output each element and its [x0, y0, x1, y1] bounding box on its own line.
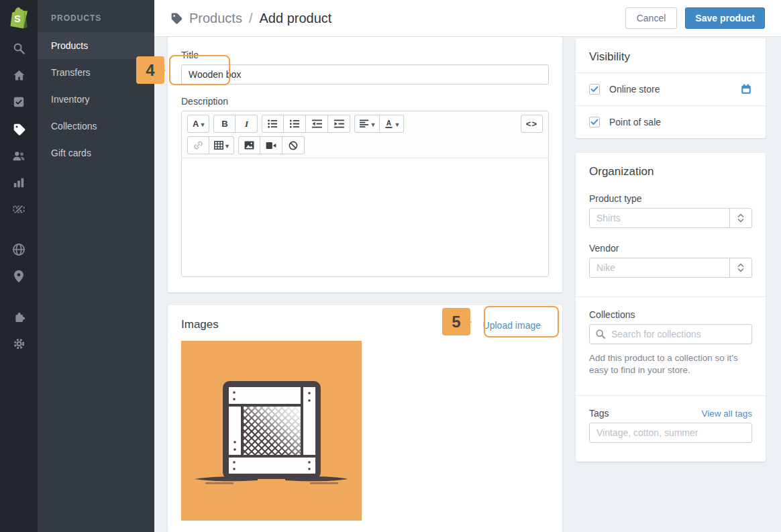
cancel-button[interactable]: Cancel	[625, 7, 678, 29]
point-of-sale-label: Point of sale	[609, 117, 661, 127]
text-color-button[interactable]: A	[380, 115, 404, 133]
indent-button[interactable]	[328, 115, 350, 133]
vendor-select[interactable]: Nike	[589, 258, 752, 278]
visibility-option-online-store: Online store	[576, 72, 766, 105]
product-type-placeholder: Shirts	[590, 209, 729, 227]
show-html-button[interactable]: <>	[521, 115, 543, 133]
description-label: Description	[181, 96, 549, 107]
organization-heading: Organization	[589, 165, 752, 178]
product-image-wooden-box[interactable]	[181, 341, 362, 521]
product-type-select[interactable]: Shirts	[589, 208, 752, 228]
description-textarea[interactable]	[182, 158, 548, 276]
customers-icon[interactable]	[0, 142, 38, 169]
point-of-sale-checkbox[interactable]	[589, 117, 600, 127]
toolbar-row-1: A B I	[187, 115, 543, 136]
visibility-card: Visibility Online store Point of sale	[576, 38, 766, 138]
search-icon[interactable]	[0, 35, 38, 62]
clear-formatting-button[interactable]	[282, 136, 305, 154]
insert-link-button[interactable]	[187, 136, 209, 154]
sidebar-item-collections[interactable]: Collections	[38, 113, 154, 140]
svg-text:S: S	[14, 13, 20, 24]
title-label: Title	[181, 50, 549, 60]
tags-input[interactable]	[589, 423, 752, 443]
online-store-checkbox[interactable]	[589, 84, 600, 95]
outdent-button[interactable]	[306, 115, 328, 133]
collections-search-input[interactable]	[589, 324, 752, 344]
insert-image-button[interactable]	[238, 136, 260, 154]
visibility-option-point-of-sale: Point of sale	[576, 105, 766, 138]
italic-button[interactable]: I	[236, 115, 258, 133]
chevron-down-icon	[225, 140, 229, 150]
organization-card: Organization Product type Shirts Vendor …	[576, 153, 766, 462]
bulleted-list-button[interactable]	[262, 115, 284, 133]
chevron-up-down-icon	[729, 209, 751, 227]
chevron-down-icon	[201, 119, 204, 129]
side-column: Visibility Online store Point of sale	[576, 38, 766, 462]
chevron-down-icon	[371, 119, 374, 129]
insert-video-button[interactable]	[260, 136, 282, 154]
calendar-icon[interactable]	[740, 83, 752, 95]
orders-icon[interactable]	[0, 89, 38, 115]
images-card: Images Upload image	[168, 305, 562, 532]
breadcrumb: Products / Add product	[170, 11, 331, 26]
title-input[interactable]	[181, 64, 549, 85]
sidebar-item-gift-cards[interactable]: Gift cards	[38, 140, 154, 166]
discounts-icon[interactable]	[0, 196, 38, 223]
breadcrumb-separator: /	[249, 11, 253, 26]
tags-label: Tags	[589, 408, 609, 419]
upload-image-button[interactable]: Upload image	[483, 320, 541, 331]
content-area: Title Description A B I	[154, 37, 781, 532]
page-title: Add product	[260, 11, 332, 26]
sidebar-item-inventory[interactable]: Inventory	[38, 86, 154, 113]
shopify-logo[interactable]: S	[0, 0, 38, 35]
icon-sidebar: S	[0, 0, 38, 532]
page-header: Products / Add product Cancel Save produ…	[154, 0, 781, 37]
step-4-badge: 4	[136, 56, 164, 84]
chevron-down-icon	[395, 119, 399, 129]
collections-help-text: Add this product to a collection so it's…	[589, 352, 752, 376]
chevron-up-down-icon	[729, 258, 751, 277]
breadcrumb-parent-link[interactable]: Products	[189, 11, 242, 26]
sidebar-item-products[interactable]: Products	[38, 32, 154, 59]
collections-label: Collections	[589, 309, 752, 320]
tags-section: Tags View all tags	[576, 395, 766, 462]
header-actions: Cancel Save product	[625, 7, 765, 29]
svg-text:A: A	[386, 119, 392, 127]
insert-table-button[interactable]	[209, 136, 234, 154]
vendor-label: Vendor	[589, 243, 752, 254]
toolbar-row-2	[187, 136, 543, 158]
locations-pin-icon[interactable]	[0, 263, 38, 290]
products-tag-icon[interactable]	[0, 115, 38, 142]
main-column: Title Description A B I	[168, 37, 562, 532]
format-style-button[interactable]: A	[187, 115, 209, 133]
shopify-admin-app: S	[0, 0, 781, 532]
nav-section-title: PRODUCTS	[38, 0, 154, 32]
description-editor: A B I	[181, 111, 549, 277]
apps-puzzle-icon[interactable]	[0, 303, 38, 330]
online-store-icon[interactable]	[0, 236, 38, 263]
breadcrumb-tag-icon	[170, 12, 183, 24]
product-type-label: Product type	[589, 193, 752, 204]
view-all-tags-link[interactable]: View all tags	[701, 409, 752, 419]
collections-section: Collections Add this product to a collec…	[576, 297, 766, 395]
bold-button[interactable]: B	[213, 115, 236, 133]
product-details-card: Title Description A B I	[168, 37, 562, 292]
step-5-badge: 5	[442, 308, 470, 335]
save-product-button[interactable]: Save product	[685, 7, 765, 29]
numbered-list-button[interactable]	[284, 115, 306, 133]
editor-toolbar: A B I	[182, 111, 548, 158]
home-icon[interactable]	[0, 62, 38, 89]
visibility-heading: Visibility	[576, 38, 766, 72]
alignment-button[interactable]	[354, 115, 380, 133]
organization-section: Organization Product type Shirts Vendor …	[576, 153, 766, 297]
settings-gear-icon[interactable]	[0, 330, 38, 357]
search-icon	[595, 329, 606, 339]
vendor-placeholder: Nike	[590, 258, 729, 277]
reports-icon[interactable]	[0, 169, 38, 196]
online-store-label: Online store	[609, 84, 660, 95]
